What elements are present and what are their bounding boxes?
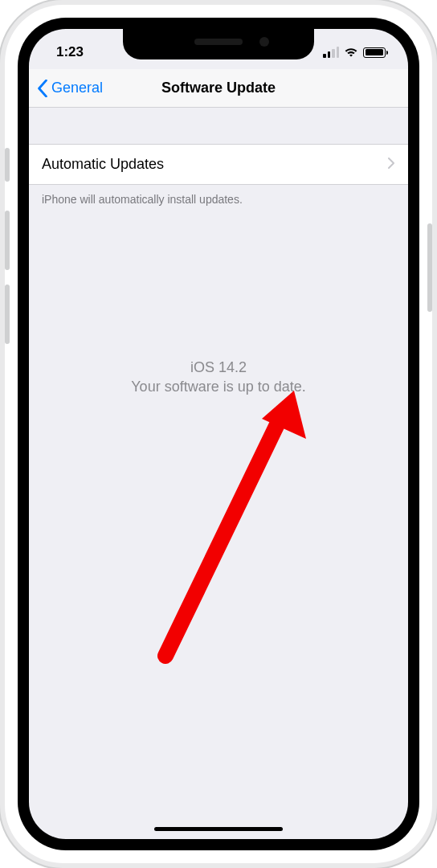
screen: 1:23 <box>29 29 408 839</box>
battery-icon <box>363 47 386 58</box>
nav-bar: General Software Update <box>29 69 408 108</box>
settings-group: Automatic Updates iPhone will automatica… <box>29 144 408 214</box>
volume-down-button <box>5 285 10 344</box>
content-area: Automatic Updates iPhone will automatica… <box>29 108 408 839</box>
phone-bezel: 1:23 <box>18 18 419 850</box>
chevron-right-icon <box>388 156 395 173</box>
back-label: General <box>51 80 103 96</box>
power-button <box>427 223 432 312</box>
phone-frame: 1:23 <box>5 5 432 863</box>
group-footer-text: iPhone will automatically install update… <box>29 185 408 214</box>
notch <box>123 29 314 59</box>
ios-version-text: iOS 14.2 <box>29 358 408 377</box>
chevron-left-icon <box>37 80 48 97</box>
update-status: iOS 14.2 Your software is up to date. <box>29 358 408 397</box>
wifi-icon <box>344 47 358 58</box>
mute-switch <box>5 148 10 182</box>
up-to-date-text: Your software is up to date. <box>29 377 408 396</box>
page-title: Software Update <box>161 80 276 96</box>
status-time: 1:23 <box>51 38 84 60</box>
volume-up-button <box>5 211 10 270</box>
status-right <box>323 40 386 58</box>
row-label: Automatic Updates <box>42 156 164 173</box>
home-indicator[interactable] <box>154 827 283 831</box>
back-button[interactable]: General <box>37 69 103 107</box>
automatic-updates-row[interactable]: Automatic Updates <box>29 144 408 185</box>
cellular-signal-icon <box>323 47 339 58</box>
